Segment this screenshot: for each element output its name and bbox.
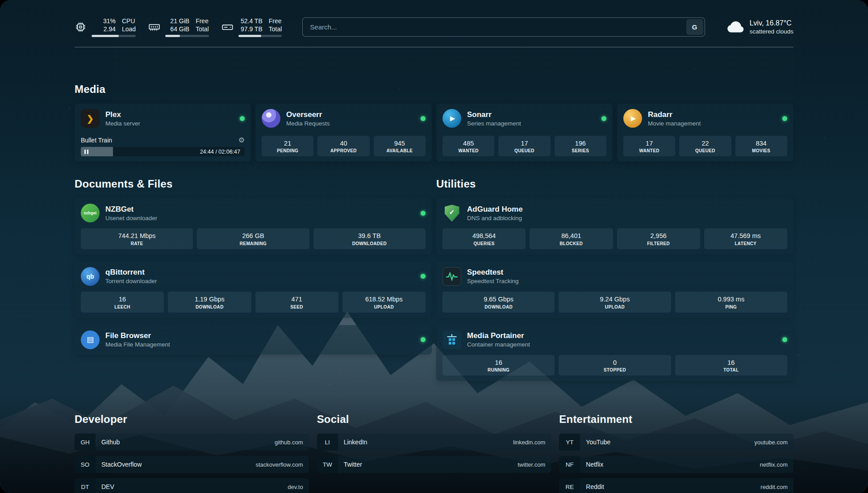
- bookmark-netflix[interactable]: NFNetflixnetflix.com: [559, 456, 793, 473]
- stat-value: 0: [560, 359, 669, 368]
- status-online-dot: [421, 274, 426, 279]
- stat-label: DOWNLOAD: [444, 305, 553, 309]
- bookmark-name: YouTube: [586, 439, 610, 446]
- service-card-radarr[interactable]: ▶RadarrMovie management17WANTED22QUEUED8…: [617, 104, 793, 162]
- gear-icon[interactable]: ⚙: [238, 137, 245, 144]
- status-online-dot: [782, 337, 787, 342]
- service-header: qbqBittorrentTorrent downloader: [81, 267, 426, 286]
- service-card-sonarr[interactable]: ▶SonarrSeries management485WANTED17QUEUE…: [436, 104, 613, 162]
- section-media: Media ❯PlexMedia serverBullet Train⚙24:4…: [75, 83, 793, 162]
- service-stats: 485WANTED17QUEUED196SERIES: [442, 136, 606, 157]
- resource-widget: 52.4 TB97.9 TBFreeTotal: [221, 17, 282, 37]
- bookmark-group-social: SocialLILinkedInlinkedin.comTWTwittertwi…: [317, 413, 551, 493]
- bookmark-abbr: YT: [559, 434, 580, 451]
- speedtest-icon: [442, 267, 461, 286]
- service-card-media-portainer[interactable]: Media PortainerContainer management16RUN…: [436, 325, 793, 381]
- bookmark-dev[interactable]: DTDEVdev.to: [75, 478, 309, 493]
- service-header: OverseerrMedia Requests: [262, 109, 426, 128]
- service-name: Media Portainer: [467, 331, 530, 341]
- service-subtitle: Media server: [105, 120, 140, 128]
- stat-label: LEECH: [83, 305, 162, 309]
- top-bar: 31%2.94CPULoad21 GiB64 GiBFreeTotal52.4 …: [75, 0, 793, 37]
- bookmark-url: reddit.com: [760, 484, 788, 490]
- service-subtitle: DNS and adblocking: [467, 214, 523, 222]
- bookmark-url: netflix.com: [760, 461, 788, 468]
- bookmark-abbr: NF: [559, 456, 580, 473]
- service-card-nzbget[interactable]: nzbgetNZBGetUsenet downloader744.21 Mbps…: [75, 198, 432, 255]
- bookmark-github[interactable]: GHGithubgithub.com: [75, 434, 309, 451]
- resource-value-top: 21 GiB: [170, 17, 189, 25]
- stat-label: TOTAL: [677, 368, 785, 372]
- stat-download: 1.19 GbpsDOWNLOAD: [168, 292, 251, 313]
- service-card-file-browser[interactable]: ▤File BrowserMedia File Management: [75, 325, 432, 355]
- bookmark-group-entertainment: EntertainmentYTYouTubeyoutube.comNFNetfl…: [559, 413, 793, 493]
- playback-time: 24:44 / 02:06:47: [200, 149, 240, 155]
- resource-label-bottom: Load: [122, 25, 136, 33]
- stat-value: 744.21 Mbps: [83, 232, 191, 241]
- stat-value: 618.52 Mbps: [344, 295, 424, 304]
- search-provider-button[interactable]: G: [686, 19, 703, 35]
- service-card-overseerr[interactable]: OverseerrMedia Requests21PENDING40APPROV…: [255, 104, 432, 162]
- bookmark-list: YTYouTubeyoutube.comNFNetflixnetflix.com…: [559, 434, 793, 493]
- resource-label-top: CPU: [122, 17, 136, 25]
- service-title-block: PlexMedia server: [105, 110, 140, 128]
- cpu-icon: [75, 21, 87, 33]
- service-header: nzbgetNZBGetUsenet downloader: [81, 204, 426, 222]
- bookmark-stackoverflow[interactable]: SOStackOverflowstackoverflow.com: [75, 456, 309, 473]
- status-online-dot: [782, 116, 787, 121]
- stat-value: 266 GB: [199, 232, 307, 241]
- bookmark-twitter[interactable]: TWTwittertwitter.com: [317, 456, 551, 473]
- stat-label: APPROVED: [319, 148, 367, 153]
- bookmark-url: linkedin.com: [513, 439, 545, 446]
- media-grid: ❯PlexMedia serverBullet Train⚙24:44 / 02…: [75, 104, 793, 162]
- resource-label-bottom: Total: [196, 25, 209, 33]
- stat-value: 16: [444, 359, 553, 368]
- stat-label: PING: [677, 305, 785, 309]
- bookmark-youtube[interactable]: YTYouTubeyoutube.com: [559, 434, 793, 451]
- bookmark-reddit[interactable]: RERedditreddit.com: [559, 478, 793, 493]
- service-stats: 16RUNNING0STOPPED16TOTAL: [442, 355, 787, 376]
- service-card-qbittorrent[interactable]: qbqBittorrentTorrent downloader16LEECH1.…: [75, 262, 432, 318]
- resource-widgets: 31%2.94CPULoad21 GiB64 GiBFreeTotal52.4 …: [75, 17, 282, 37]
- bookmark-abbr: GH: [75, 434, 96, 451]
- stat-stopped: 0STOPPED: [559, 355, 671, 376]
- bookmark-abbr: DT: [75, 478, 96, 493]
- weather-condition: scattered clouds: [750, 28, 793, 36]
- stat-value: 1.19 Gbps: [170, 295, 249, 304]
- bookmark-name: Github: [101, 439, 120, 446]
- stat-blocked: 86,401BLOCKED: [530, 228, 613, 249]
- status-online-dot: [421, 211, 426, 216]
- stat-value: 21: [263, 139, 312, 148]
- service-card-adguard-home[interactable]: ✓AdGuard HomeDNS and adblocking498,564QU…: [436, 198, 793, 255]
- stat-downloaded: 39.6 TBDOWNLOADED: [313, 228, 426, 249]
- service-subtitle: Container management: [467, 341, 530, 349]
- stat-label: QUEUED: [681, 148, 729, 153]
- service-subtitle: Media File Management: [105, 341, 170, 349]
- now-playing: Bullet Train⚙24:44 / 02:06:47: [81, 137, 245, 156]
- resource-widget: 31%2.94CPULoad: [75, 17, 136, 37]
- service-header: ▶SonarrSeries management: [442, 109, 606, 128]
- service-stats: 744.21 MbpsRATE266 GBREMAINING39.6 TBDOW…: [81, 228, 426, 249]
- bookmark-url: twitter.com: [517, 461, 545, 468]
- resource-progress-bar: [92, 35, 136, 37]
- weather-widget: Lviv, 16.87°C scattered clouds: [726, 18, 793, 37]
- bookmark-url: youtube.com: [755, 439, 788, 446]
- stat-pending: 21PENDING: [262, 136, 313, 157]
- service-card-speedtest[interactable]: SpeedtestSpeedtest Tracking9.65 GbpsDOWN…: [436, 262, 793, 318]
- stat-value: 17: [500, 139, 548, 148]
- bookmark-url: dev.to: [288, 484, 303, 490]
- stat-label: FILTERED: [619, 241, 698, 246]
- stat-label: WANTED: [444, 148, 492, 153]
- service-title-block: File BrowserMedia File Management: [105, 331, 170, 349]
- service-subtitle: Speedtest Tracking: [467, 277, 519, 285]
- status-online-dot: [240, 116, 245, 121]
- disk-icon: [221, 21, 234, 33]
- stat-running: 16RUNNING: [442, 355, 555, 376]
- playback-progress-bar: 24:44 / 02:06:47: [81, 147, 245, 156]
- service-card-plex[interactable]: ❯PlexMedia serverBullet Train⚙24:44 / 02…: [75, 104, 251, 162]
- bookmark-linkedin[interactable]: LILinkedInlinkedin.com: [317, 434, 551, 451]
- stat-value: 945: [376, 139, 424, 148]
- search-input[interactable]: [304, 23, 686, 31]
- resource-label-top: Free: [269, 17, 282, 25]
- stat-value: 471: [257, 295, 337, 304]
